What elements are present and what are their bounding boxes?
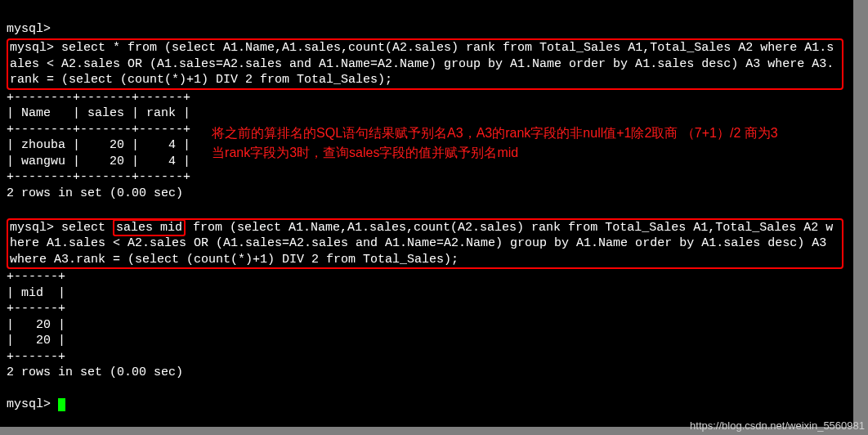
mysql-prompt: mysql> [10, 221, 61, 235]
query2-highlight-box: mysql> select sales mid from (select A1.… [7, 218, 843, 270]
result2-divider: +------+ [7, 270, 65, 284]
result-and-annotation-row: +--------+-------+------+ | zhouba | 20 … [7, 122, 847, 202]
result1-divider: +--------+-------+------+ [7, 170, 190, 184]
query1-highlight-box: mysql> select * from (select A1.Name,A1.… [7, 38, 843, 90]
mysql-prompt: mysql> [7, 22, 51, 36]
terminal-window[interactable]: mysql> mysql> select * from (select A1.N… [0, 0, 853, 427]
result1-header: | Name | sales | rank | [7, 106, 190, 120]
query1-sql: select * from (select A1.Name,A1.sales,c… [10, 41, 834, 87]
watermark: https://blog.csdn.net/weixin_5560981 [690, 419, 865, 433]
result1-body: +--------+-------+------+ | zhouba | 20 … [7, 122, 190, 202]
cursor [58, 398, 65, 411]
mysql-prompt: mysql> [10, 41, 61, 55]
query2-pre: select [61, 221, 113, 235]
query2-inner-highlight: sales mid [113, 219, 186, 236]
result2-footer: 2 rows in set (0.00 sec) [7, 365, 183, 379]
mysql-prompt: mysql> [7, 397, 58, 411]
result2-row: | 20 | [7, 334, 65, 348]
result1-divider: +--------+-------+------+ [7, 123, 190, 137]
result2-divider: +------+ [7, 302, 65, 316]
annotation-text: 将之前的算排名的SQL语句结果赋予别名A3，A3的rank字段的非null值+1… [190, 122, 787, 163]
result1-row: | wangwu | 20 | 4 | [7, 155, 190, 168]
result1-divider: +--------+-------+------+ [7, 91, 190, 105]
result1-row: | zhouba | 20 | 4 | [7, 138, 190, 152]
result1-footer: 2 rows in set (0.00 sec) [7, 186, 183, 200]
result2-header: | mid | [7, 286, 65, 300]
result2-row: | 20 | [7, 318, 65, 332]
result2-divider: +------+ [7, 350, 65, 364]
